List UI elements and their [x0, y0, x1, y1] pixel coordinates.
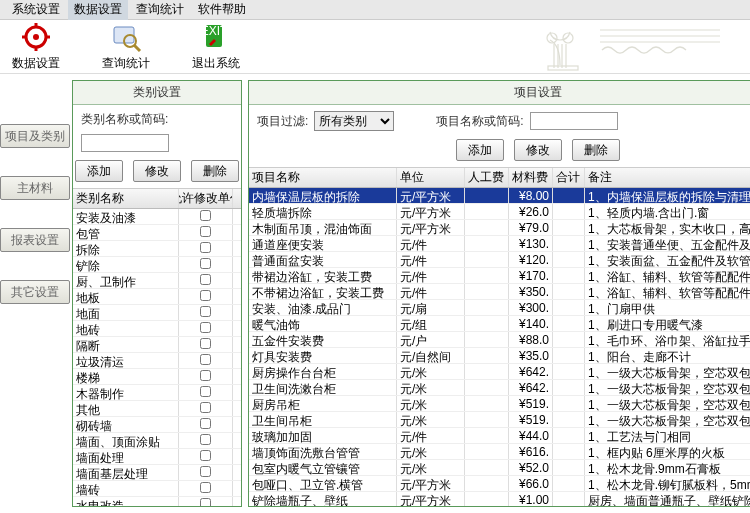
- total-cell: [553, 204, 585, 219]
- category-row[interactable]: 墙面、顶面涂贴: [73, 433, 241, 449]
- category-search-input[interactable]: [81, 134, 169, 152]
- allow-edit-checkbox[interactable]: [200, 226, 211, 237]
- nav-reports[interactable]: 报表设置: [0, 228, 70, 252]
- total-cell: [553, 412, 585, 427]
- project-name-cell: 木制面吊顶，混油饰面: [249, 220, 397, 235]
- allow-edit-cell: [179, 401, 233, 416]
- category-delete-button[interactable]: 删除: [191, 160, 239, 182]
- remark-cell: 1、轻质内墙.含出门.窗: [585, 204, 750, 219]
- allow-edit-checkbox[interactable]: [200, 258, 211, 269]
- category-grid[interactable]: 类别名称 允许修改单价 安装及油漆包管拆除铲除厨、卫制作地板地面地砖隔断垃圾清运…: [73, 188, 241, 506]
- category-row[interactable]: 厨、卫制作: [73, 273, 241, 289]
- allow-edit-checkbox[interactable]: [200, 354, 211, 365]
- project-delete-button[interactable]: 删除: [572, 139, 620, 161]
- category-row[interactable]: 安装及油漆: [73, 209, 241, 225]
- menu-2[interactable]: 查询统计: [130, 0, 190, 20]
- project-row[interactable]: 厨房吊柜元/米¥519.1、一级大芯板骨架，空芯双包门.PVC收: [249, 396, 750, 412]
- allow-edit-checkbox[interactable]: [200, 434, 211, 445]
- allow-edit-checkbox[interactable]: [200, 322, 211, 333]
- category-row[interactable]: 楼梯: [73, 369, 241, 385]
- category-row[interactable]: 木器制作: [73, 385, 241, 401]
- category-row[interactable]: 隔断: [73, 337, 241, 353]
- project-row[interactable]: 内墙保温层板的拆除元/平方米¥8.001、内墙保温层板的拆除与清理: [249, 188, 750, 204]
- category-row[interactable]: 包管: [73, 225, 241, 241]
- project-row[interactable]: 暖气油饰元/组¥140.1、刷进口专用暖气漆: [249, 316, 750, 332]
- project-search-input[interactable]: [530, 112, 618, 130]
- category-name-cell: 其他: [73, 401, 179, 416]
- category-row[interactable]: 地面: [73, 305, 241, 321]
- category-row[interactable]: 垃圾清运: [73, 353, 241, 369]
- category-row[interactable]: 地砖: [73, 321, 241, 337]
- category-row[interactable]: 墙砖: [73, 481, 241, 497]
- category-row[interactable]: 墙面基层处理: [73, 465, 241, 481]
- material-cell: ¥44.0: [509, 428, 553, 443]
- project-row[interactable]: 卫生间吊柜元/米¥519.1、一级大芯板骨架，空芯双包门.PVC收: [249, 412, 750, 428]
- unit-cell: 元/件: [397, 268, 465, 283]
- data-settings-icon: [20, 21, 52, 53]
- col-unit: 单位: [397, 168, 465, 187]
- project-row[interactable]: 卫生间洗漱台柜元/米¥642.1、一级大芯板骨架，空芯双包门.PVC收: [249, 380, 750, 396]
- category-row[interactable]: 砌砖墙: [73, 417, 241, 433]
- allow-edit-checkbox[interactable]: [200, 466, 211, 477]
- allow-edit-checkbox[interactable]: [200, 402, 211, 413]
- nav-other[interactable]: 其它设置: [0, 280, 70, 304]
- project-row[interactable]: 五金件安装费元/户¥88.01、毛巾环、浴巾架、浴缸拉手、肥皂: [249, 332, 750, 348]
- menu-1[interactable]: 数据设置: [68, 0, 128, 20]
- project-row[interactable]: 厨房操作台台柜元/米¥642.1、一级大芯板骨架，空芯双包门.PVC收: [249, 364, 750, 380]
- category-row[interactable]: 其他: [73, 401, 241, 417]
- project-row[interactable]: 带裙边浴缸，安装工费元/件¥170.1、浴缸、辅料、软管等配配件均甲供: [249, 268, 750, 284]
- project-row[interactable]: 包室内暖气立管镶管元/米¥52.01、松木龙骨.9mm石膏板: [249, 460, 750, 476]
- allow-edit-checkbox[interactable]: [200, 418, 211, 429]
- toolbar-data-settings[interactable]: 数据设置: [12, 21, 60, 72]
- project-grid[interactable]: 项目名称 单位 人工费 材料费 合计 备注 内墙保温层板的拆除元/平方米¥8.0…: [249, 167, 750, 506]
- project-row[interactable]: 轻质墙拆除元/平方米¥26.01、轻质内墙.含出门.窗: [249, 204, 750, 220]
- allow-edit-checkbox[interactable]: [200, 290, 211, 301]
- menu-0[interactable]: 系统设置: [6, 0, 66, 20]
- allow-edit-checkbox[interactable]: [200, 274, 211, 285]
- project-row[interactable]: 包哑口、卫立管.横管元/平方米¥66.01、松木龙骨.铆钉腻板料，5mm 水泥压…: [249, 476, 750, 492]
- labor-cell: [465, 412, 509, 427]
- project-row[interactable]: 玻璃加加固元/件¥44.01、工艺法与门相同: [249, 428, 750, 444]
- allow-edit-checkbox[interactable]: [200, 306, 211, 317]
- menu-3[interactable]: 软件帮助: [192, 0, 252, 20]
- remark-cell: 1、大芯板骨架，实木收口，高度小于: [585, 220, 750, 235]
- allow-edit-checkbox[interactable]: [200, 498, 211, 506]
- toolbar-exit-system[interactable]: EXIT退出系统: [192, 21, 240, 72]
- project-row[interactable]: 安装、油漆.成品门元/扇¥300.1、门扇甲供: [249, 300, 750, 316]
- category-row[interactable]: 水电改造: [73, 497, 241, 506]
- unit-cell: 元/自然间: [397, 348, 465, 363]
- category-edit-button[interactable]: 修改: [133, 160, 181, 182]
- category-add-button[interactable]: 添加: [75, 160, 123, 182]
- category-row[interactable]: 铲除: [73, 257, 241, 273]
- allow-edit-checkbox[interactable]: [200, 338, 211, 349]
- project-row[interactable]: 通道座便安装元/件¥130.1、安装普通坐便、五金配件及软管: [249, 236, 750, 252]
- allow-edit-checkbox[interactable]: [200, 242, 211, 253]
- allow-edit-checkbox[interactable]: [200, 450, 211, 461]
- total-cell: [553, 428, 585, 443]
- total-cell: [553, 316, 585, 331]
- project-edit-button[interactable]: 修改: [514, 139, 562, 161]
- category-name-cell: 铲除: [73, 257, 179, 272]
- allow-edit-checkbox[interactable]: [200, 370, 211, 381]
- project-row[interactable]: 不带裙边浴缸，安装工费元/件¥350.1、浴缸、辅料、软管等配配件均甲供: [249, 284, 750, 300]
- nav-project-category[interactable]: 项目及类别: [0, 124, 70, 148]
- project-row[interactable]: 普通面盆安装元/件¥120.1、安装面盆、五金配件及软管等.单独: [249, 252, 750, 268]
- allow-edit-checkbox[interactable]: [200, 386, 211, 397]
- remark-cell: 1、浴缸、辅料、软管等配配件均甲供: [585, 284, 750, 299]
- allow-edit-checkbox[interactable]: [200, 482, 211, 493]
- project-row[interactable]: 木制面吊顶，混油饰面元/平方米¥79.01、大芯板骨架，实木收口，高度小于: [249, 220, 750, 236]
- project-filter-select[interactable]: 所有类别: [314, 111, 394, 131]
- total-cell: [553, 396, 585, 411]
- nav-materials[interactable]: 主材料: [0, 176, 70, 200]
- remark-cell: 1、内墙保温层板的拆除与清理: [585, 188, 750, 203]
- category-row[interactable]: 地板: [73, 289, 241, 305]
- toolbar-query-stats[interactable]: 查询统计: [102, 21, 150, 72]
- project-row[interactable]: 灯具安装费元/自然间¥35.01、阳台、走廊不计: [249, 348, 750, 364]
- category-row[interactable]: 拆除: [73, 241, 241, 257]
- project-row[interactable]: 铲除墙瓶子、壁纸元/平方米¥1.00厨房、墙面普通瓶子、壁纸铲除: [249, 492, 750, 506]
- allow-edit-checkbox[interactable]: [200, 210, 211, 221]
- category-name-cell: 拆除: [73, 241, 179, 256]
- category-row[interactable]: 墙面处理: [73, 449, 241, 465]
- project-row[interactable]: 墙顶饰面洗敷台管管元/米¥616.1、框内贴 6厘米厚的火板: [249, 444, 750, 460]
- project-add-button[interactable]: 添加: [456, 139, 504, 161]
